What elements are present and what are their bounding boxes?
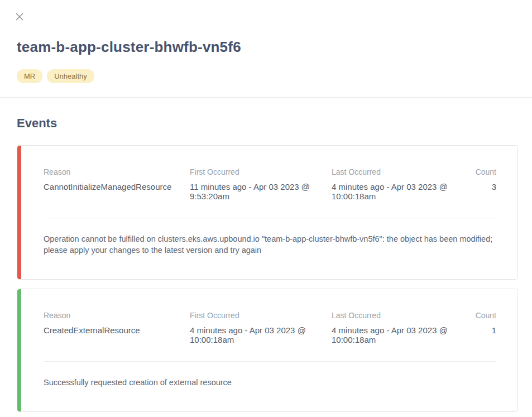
card-divider	[44, 361, 496, 362]
event-col-last-occurred: Last Occurred 4 minutes ago - Apr 03 202…	[332, 311, 472, 344]
resource-detail-panel: team-b-app-cluster-bhwfb-vn5f6 MR Unheal…	[0, 0, 532, 417]
column-header-last-occurred: Last Occurred	[332, 167, 472, 176]
event-card-error: Reason CannotInitializeManagedResource F…	[17, 145, 518, 280]
event-col-first-occurred: First Occurred 4 minutes ago - Apr 03 20…	[190, 311, 332, 344]
column-header-reason: Reason	[44, 167, 190, 176]
event-header-grid: Reason CreatedExternalResource First Occ…	[44, 311, 496, 344]
column-header-first-occurred: First Occurred	[190, 167, 332, 176]
column-header-count: Count	[472, 311, 496, 320]
event-message: Successfully requested creation of exter…	[44, 377, 496, 388]
event-reason-value: CreatedExternalResource	[44, 325, 190, 335]
column-header-reason: Reason	[44, 311, 190, 320]
event-col-count: Count 1	[472, 311, 496, 344]
status-strip-error	[17, 146, 21, 279]
column-header-last-occurred: Last Occurred	[332, 311, 472, 320]
event-col-last-occurred: Last Occurred 4 minutes ago - Apr 03 202…	[332, 167, 472, 201]
event-first-occurred-value: 4 minutes ago - Apr 03 2023 @ 10:00:18am	[190, 325, 332, 344]
events-heading: Events	[17, 116, 518, 131]
badge-mr: MR	[17, 69, 42, 83]
badge-unhealthy: Unhealthy	[47, 69, 94, 83]
section-divider	[0, 97, 532, 98]
column-header-first-occurred: First Occurred	[190, 311, 332, 320]
event-body: Reason CreatedExternalResource First Occ…	[21, 289, 517, 411]
page-title: team-b-app-cluster-bhwfb-vn5f6	[17, 39, 518, 56]
badge-row: MR Unhealthy	[17, 69, 518, 83]
column-header-count: Count	[472, 167, 496, 176]
event-count-value: 1	[472, 325, 496, 335]
close-icon	[15, 12, 24, 21]
event-header-grid: Reason CannotInitializeManagedResource F…	[44, 167, 496, 201]
event-last-occurred-value: 4 minutes ago - Apr 03 2023 @ 10:00:18am	[332, 182, 472, 201]
event-first-occurred-value: 11 minutes ago - Apr 03 2023 @ 9:53:20am	[190, 182, 332, 201]
event-col-count: Count 3	[472, 167, 496, 201]
event-last-occurred-value: 4 minutes ago - Apr 03 2023 @ 10:00:18am	[332, 325, 472, 344]
event-reason-value: CannotInitializeManagedResource	[44, 182, 190, 191]
card-divider	[44, 218, 496, 218]
event-col-first-occurred: First Occurred 11 minutes ago - Apr 03 2…	[190, 167, 332, 201]
event-col-reason: Reason CreatedExternalResource	[44, 311, 190, 344]
event-card-success: Reason CreatedExternalResource First Occ…	[17, 289, 518, 412]
event-col-reason: Reason CannotInitializeManagedResource	[44, 167, 190, 201]
event-count-value: 3	[472, 182, 496, 191]
event-message: Operation cannot be fulfilled on cluster…	[44, 233, 496, 256]
status-strip-success	[17, 289, 21, 411]
close-button[interactable]	[15, 12, 25, 22]
event-body: Reason CannotInitializeManagedResource F…	[21, 146, 517, 279]
